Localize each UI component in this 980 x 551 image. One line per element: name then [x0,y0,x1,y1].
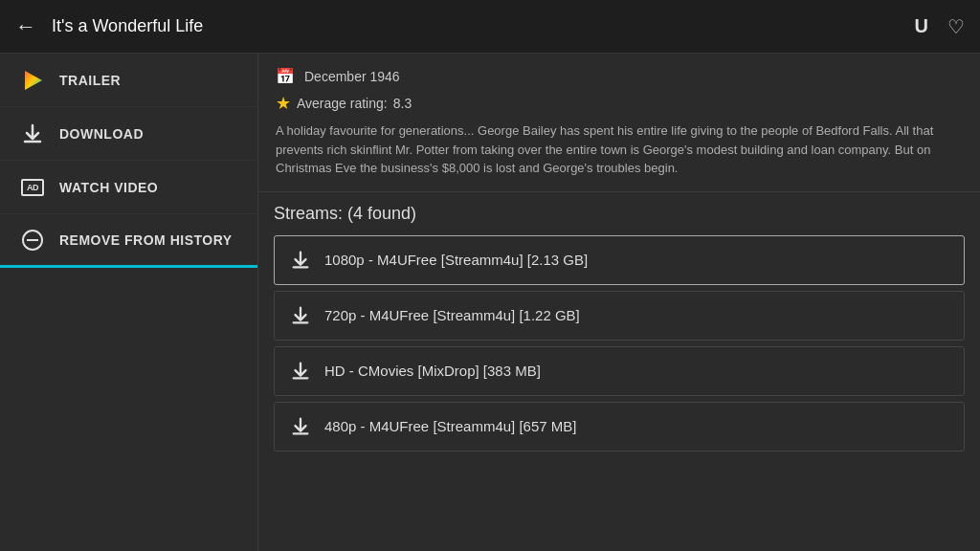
stream-label: HD - CMovies [MixDrop] [383 MB] [324,363,541,379]
stream-download-icon [290,250,311,271]
heart-icon[interactable]: ♡ [947,15,965,38]
sidebar-item-remove-history[interactable]: REMOVE FROM HISTORY [0,214,257,268]
star-icon: ★ [276,93,291,114]
stream-label: 1080p - M4UFree [Streamm4u] [2.13 GB] [324,252,588,268]
stream-label: 480p - M4UFree [Streamm4u] [657 MB] [324,418,576,434]
watch-video-icon: AD [19,174,46,201]
streams-list: 1080p - M4UFree [Streamm4u] [2.13 GB] 72… [274,235,965,452]
streams-section: Streams: (4 found) 1080p - M4UFree [Stre… [258,192,980,552]
header-actions: U ♡ [915,15,965,38]
back-button[interactable]: ← [15,14,36,39]
download-icon [19,121,46,147]
content-area: 📅 December 1946 ★ Average rating: 8.3 A … [258,54,980,551]
stream-download-icon [290,361,311,382]
streams-title: Streams: (4 found) [274,204,965,224]
trailer-icon [19,67,46,94]
stream-item[interactable]: 720p - M4UFree [Streamm4u] [1.22 GB] [274,291,965,341]
stream-download-icon [290,416,311,437]
stream-item[interactable]: 1080p - M4UFree [Streamm4u] [2.13 GB] [274,235,965,285]
stream-item[interactable]: HD - CMovies [MixDrop] [383 MB] [274,346,965,396]
movie-rating-row: ★ Average rating: 8.3 [276,93,963,114]
stream-item[interactable]: 480p - M4UFree [Streamm4u] [657 MB] [274,402,965,452]
movie-info-panel: 📅 December 1946 ★ Average rating: 8.3 A … [258,54,980,192]
header: ← It's a Wonderful Life U ♡ [0,0,980,54]
trailer-play-svg [19,67,46,94]
stream-label: 720p - M4UFree [Streamm4u] [1.22 GB] [324,307,580,323]
download-arrow-svg [21,122,44,145]
rating-label: Average rating: [297,96,388,111]
remove-icon [19,227,46,253]
sidebar-remove-label: REMOVE FROM HISTORY [59,232,233,248]
sidebar-trailer-label: TRAILER [59,73,121,88]
svg-marker-0 [25,71,42,90]
sidebar-download-label: DOWNLOAD [59,126,144,142]
movie-date: December 1946 [304,69,400,84]
sidebar-item-watch-video[interactable]: AD WATCH VIDEO [0,161,257,214]
sidebar: TRAILER DOWNLOAD AD WATCH VIDEO [0,54,258,551]
calendar-icon: 📅 [276,67,295,85]
remove-minus-line [27,239,38,241]
magnet-icon[interactable]: U [915,15,928,37]
ad-box-icon: AD [21,179,44,196]
movie-description: A holiday favourite for generations... G… [276,121,963,178]
rating-value: 8.3 [393,96,412,111]
stream-download-icon [290,305,311,326]
sidebar-item-trailer[interactable]: TRAILER [0,54,257,107]
main-layout: TRAILER DOWNLOAD AD WATCH VIDEO [0,54,980,551]
remove-circle-icon [22,230,43,251]
sidebar-item-download[interactable]: DOWNLOAD [0,107,257,161]
movie-meta-row: 📅 December 1946 [276,67,963,85]
sidebar-watch-label: WATCH VIDEO [59,180,158,195]
page-title: It's a Wonderful Life [52,16,915,36]
